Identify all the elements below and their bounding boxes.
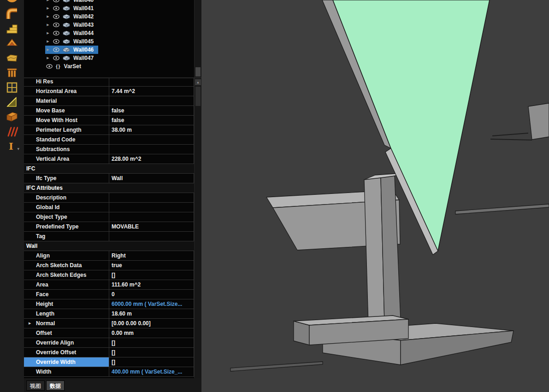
frame-tool-icon[interactable]: I ▾: [4, 140, 20, 153]
property-row-global-id[interactable]: ▶ Global Id: [24, 203, 194, 212]
property-row-move-base[interactable]: ▶ Move Base false: [24, 106, 194, 116]
property-value-cell[interactable]: [109, 145, 194, 154]
property-name-cell[interactable]: ▶ Ifc Type: [24, 174, 109, 183]
property-row-width[interactable]: ▶ Width 400.00 mm ( VarSet.Size_...: [24, 367, 194, 377]
property-row-description[interactable]: ▶ Description: [24, 193, 194, 203]
tree-item-wall043[interactable]: ▶ {} Wall043: [45, 21, 98, 29]
property-value-cell[interactable]: [109, 78, 194, 87]
tree-scrollbar[interactable]: [194, 0, 201, 78]
property-name-cell[interactable]: ▶ Arch Sketch Data: [24, 261, 109, 270]
property-name-cell[interactable]: ▶ Offset: [24, 328, 109, 338]
property-name-cell[interactable]: ▶ Move Base: [24, 106, 109, 116]
expand-arrow-icon[interactable]: ▶: [46, 56, 50, 60]
tree-item-wall045[interactable]: ▶ {} Wall045: [45, 37, 98, 46]
property-value-cell[interactable]: true: [109, 261, 194, 270]
property-value-cell[interactable]: 111.60 m^2: [109, 280, 194, 290]
visibility-eye-icon[interactable]: [53, 47, 59, 52]
property-value-cell[interactable]: 18.60 m: [109, 309, 194, 319]
property-row-perimeter-length[interactable]: ▶ Perimeter Length 38.00 m: [24, 125, 194, 135]
property-name-cell[interactable]: ▶ Hi Res: [24, 78, 109, 87]
property-value-cell[interactable]: [109, 96, 194, 106]
property-row-tag[interactable]: ▶ Tag: [24, 232, 194, 241]
data-tab[interactable]: 数据: [46, 380, 65, 391]
property-value-cell[interactable]: 38.00 m: [109, 125, 194, 135]
property-row-ifc-type[interactable]: ▶ Ifc Type Wall: [24, 174, 194, 183]
property-name-cell[interactable]: ▶ Object Type: [24, 212, 109, 222]
property-name-cell[interactable]: ▶ Area: [24, 280, 109, 290]
property-value-cell[interactable]: [109, 193, 194, 203]
property-value-cell[interactable]: [0.00 0.00 0.00]: [109, 319, 194, 328]
site-tool-icon[interactable]: [4, 52, 20, 64]
property-name-cell[interactable]: ▶ Perimeter Length: [24, 125, 109, 135]
visibility-eye-icon[interactable]: [53, 0, 59, 2]
roof-tool-icon[interactable]: [4, 37, 20, 50]
visibility-eye-icon[interactable]: [53, 56, 59, 60]
properties-scrollbar[interactable]: ▲: [194, 78, 201, 378]
property-row-override-offset[interactable]: ▶ Override Offset []: [24, 348, 194, 357]
property-value-cell[interactable]: []: [109, 357, 194, 367]
property-value-cell[interactable]: []: [109, 338, 194, 348]
property-value-cell[interactable]: 0: [109, 290, 194, 299]
property-value-cell[interactable]: Right: [109, 251, 194, 261]
property-name-cell[interactable]: ▶ Horizontal Area: [24, 87, 109, 96]
visibility-eye-icon[interactable]: [53, 31, 59, 35]
property-row-face[interactable]: ▶ Face 0: [24, 290, 194, 299]
property-name-cell[interactable]: ▶ Standard Code: [24, 135, 109, 145]
property-name-cell[interactable]: ▶ Override Align: [24, 338, 109, 348]
property-name-cell[interactable]: ▶ Tag: [24, 232, 109, 241]
property-value-cell[interactable]: [109, 135, 194, 145]
property-value-cell[interactable]: []: [109, 270, 194, 280]
visibility-eye-icon[interactable]: [46, 64, 53, 69]
section-plane-tool-icon[interactable]: [4, 96, 20, 109]
property-row-arch-sketch-edges[interactable]: ▶ Arch Sketch Edges []: [24, 270, 194, 280]
view-tab[interactable]: 视图: [26, 380, 45, 391]
property-name-cell[interactable]: ▶ Subtractions: [24, 145, 109, 154]
tree-item-varset[interactable]: ▶ {} VarSet: [45, 62, 86, 70]
property-name-cell[interactable]: ▶ Override Offset: [24, 348, 109, 357]
expand-arrow-icon[interactable]: ▶: [29, 319, 31, 328]
expand-arrow-icon[interactable]: ▶: [46, 15, 50, 18]
property-row-override-width[interactable]: ▶ Override Width []: [24, 357, 194, 367]
expand-arrow-icon[interactable]: ▶: [46, 23, 50, 27]
property-row-standard-code[interactable]: ▶ Standard Code: [24, 135, 194, 145]
tree-item-wall040[interactable]: ▶ {} Wall040: [45, 0, 98, 4]
property-name-cell[interactable]: ▶ Predefined Type: [24, 222, 109, 232]
property-value-cell[interactable]: 7.44 m^2: [109, 87, 194, 96]
property-name-cell[interactable]: ▶ Align: [24, 251, 109, 261]
property-value-cell[interactable]: false: [109, 116, 194, 125]
property-name-cell[interactable]: ▶ Material: [24, 96, 109, 106]
property-row-area[interactable]: ▶ Area 111.60 m^2: [24, 280, 194, 290]
scroll-up-button[interactable]: ▲: [195, 79, 201, 85]
property-value-cell[interactable]: Wall: [109, 174, 194, 183]
property-row-hi-res[interactable]: ▶ Hi Res: [24, 78, 194, 87]
expand-arrow-icon[interactable]: ▶: [46, 31, 50, 35]
stairs-tool-icon[interactable]: [4, 22, 20, 35]
property-value-cell[interactable]: 228.00 m^2: [109, 154, 194, 164]
viewport-3d-canvas[interactable]: [201, 0, 549, 392]
property-row-arch-sketch-data[interactable]: ▶ Arch Sketch Data true: [24, 261, 194, 270]
property-name-cell[interactable]: ▶ Face: [24, 290, 109, 299]
property-name-cell[interactable]: ▶ Height: [24, 299, 109, 309]
property-row-override-align[interactable]: ▶ Override Align []: [24, 338, 194, 348]
property-value-cell[interactable]: 0.00 mm: [109, 328, 194, 338]
visibility-eye-icon[interactable]: [53, 23, 59, 27]
dropdown-arrow-icon[interactable]: ▾: [17, 146, 19, 151]
expand-arrow-icon[interactable]: ▶: [46, 6, 50, 10]
property-name-cell[interactable]: ▶ Arch Sketch Edges: [24, 270, 109, 280]
viewport-3d[interactable]: [201, 0, 549, 392]
property-name-cell[interactable]: ▶ Width: [24, 367, 109, 377]
tree-item-wall042[interactable]: ▶ {} Wall042: [45, 12, 98, 21]
window-tool-icon[interactable]: [4, 81, 20, 94]
property-value-cell[interactable]: [109, 232, 194, 241]
property-row-offset[interactable]: ▶ Offset 0.00 mm: [24, 328, 194, 338]
panel-tool-icon[interactable]: [4, 111, 20, 123]
property-row-vertical-area[interactable]: ▶ Vertical Area 228.00 m^2: [24, 154, 194, 164]
tree-item-wall044[interactable]: ▶ {} Wall044: [45, 29, 98, 37]
expand-arrow-icon[interactable]: ▶: [46, 48, 50, 52]
property-row-subtractions[interactable]: ▶ Subtractions: [24, 145, 194, 154]
property-value-cell[interactable]: []: [109, 348, 194, 357]
property-name-cell[interactable]: ▶ Vertical Area: [24, 154, 109, 164]
arc-tool-icon[interactable]: [4, 0, 20, 7]
wall-3d-right-top[interactable]: [528, 103, 549, 140]
tree-item-wall041[interactable]: ▶ {} Wall041: [45, 4, 98, 12]
